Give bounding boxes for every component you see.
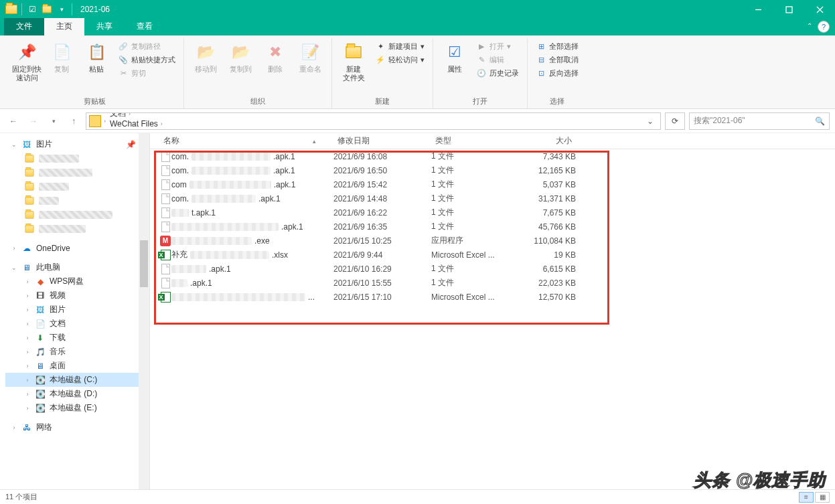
copyto-button[interactable]: 📂复制到: [224, 38, 256, 74]
rename-button[interactable]: 📝重命名: [294, 38, 326, 74]
open-button[interactable]: ▶打开 ▾: [473, 41, 522, 52]
col-date[interactable]: 修改日期: [333, 135, 431, 147]
file-date: 2021/6/9 15:42: [333, 180, 431, 189]
edit-button[interactable]: ✎编辑: [473, 54, 522, 66]
cut-button[interactable]: ✂剪切: [115, 68, 178, 79]
file-row[interactable]: .apk.12021/6/10 16:291 文件6,615 KB: [150, 262, 835, 276]
paste-button[interactable]: 📋粘贴: [80, 38, 112, 74]
tree-thispc[interactable]: 此电脑: [36, 262, 60, 273]
tree-disk-d[interactable]: ›💽本地磁盘 (D:): [5, 387, 149, 401]
tree-disk-e[interactable]: ›💽本地磁盘 (E:): [5, 401, 149, 415]
file-row[interactable]: com..apk.12021/6/9 16:081 文件7,343 KB: [150, 149, 835, 163]
maximize-button[interactable]: [773, 0, 804, 19]
breadcrumb-item[interactable]: WeChat Files›: [108, 119, 190, 129]
file-type: Microsoft Excel ...: [431, 250, 512, 260]
file-name: .apk.1: [171, 278, 333, 288]
history-button[interactable]: 🕘历史记录: [473, 68, 522, 79]
tab-view[interactable]: 查看: [125, 18, 165, 35]
up-button[interactable]: ↑: [66, 113, 82, 129]
column-headers[interactable]: 名称▴ 修改日期 类型 大小: [150, 133, 835, 149]
file-row[interactable]: t.apk.12021/6/9 16:221 文件7,675 KB: [150, 205, 835, 220]
tree-pictures[interactable]: 图片: [36, 139, 52, 150]
search-input[interactable]: 搜索"2021-06" 🔍: [689, 112, 830, 130]
selectall-button[interactable]: ⊞全部选择: [533, 41, 581, 52]
easyaccess-button[interactable]: ⚡轻松访问 ▾: [372, 54, 427, 66]
tree-disk-c[interactable]: ›💽本地磁盘 (C:): [5, 373, 149, 387]
file-icon: [159, 207, 171, 218]
file-icon: [159, 250, 171, 260]
col-name[interactable]: 名称: [163, 135, 179, 147]
selectinvert-button[interactable]: ⊡反向选择: [533, 68, 581, 79]
tab-share[interactable]: 共享: [84, 18, 125, 35]
file-date: 2021/6/9 9:44: [333, 250, 431, 260]
tree-item[interactable]: [5, 179, 149, 193]
col-type[interactable]: 类型: [431, 135, 512, 147]
file-row[interactable]: .apk.12021/6/10 15:551 文件22,023 KB: [150, 276, 835, 290]
tree-downloads[interactable]: ›⬇下载: [5, 331, 149, 345]
tree-item[interactable]: [5, 151, 149, 165]
file-row[interactable]: .apk.12021/6/9 16:351 文件45,766 KB: [150, 220, 835, 234]
file-row[interactable]: com.apk.12021/6/9 15:421 文件5,037 KB: [150, 177, 835, 191]
tree-pictures2[interactable]: ›🖼图片: [5, 303, 149, 317]
file-date: 2021/6/9 14:48: [333, 194, 431, 203]
tree-item[interactable]: [5, 222, 149, 236]
qat-dropdown-icon[interactable]: ▾: [54, 2, 69, 17]
copy-button[interactable]: 📄复制: [46, 38, 78, 74]
recent-dropdown-icon[interactable]: ▾: [46, 113, 62, 129]
tree-music[interactable]: ›🎵音乐: [5, 345, 149, 359]
delete-button[interactable]: ✖删除: [259, 38, 291, 74]
breadcrumb-item[interactable]: Aarow_loveyanyalun›: [108, 129, 190, 130]
ribbon-collapse-icon[interactable]: ⌃: [807, 22, 812, 29]
file-row[interactable]: com..apk.12021/6/9 16:501 文件12,165 KB: [150, 163, 835, 177]
file-row[interactable]: M.exe2021/6/15 10:25应用程序110,084 KB: [150, 234, 835, 248]
help-icon[interactable]: ?: [818, 21, 830, 33]
tree-wps[interactable]: ›◆WPS网盘: [5, 274, 149, 288]
qat-properties-icon[interactable]: ☑: [25, 2, 40, 17]
newfolder-button[interactable]: 新建 文件夹: [337, 38, 370, 82]
pin-quickaccess-button[interactable]: 📌固定到快 速访问: [11, 38, 43, 82]
tree-network[interactable]: 网络: [36, 422, 52, 433]
file-name: com..apk.1: [171, 166, 333, 175]
tree-item[interactable]: [5, 193, 149, 207]
address-dropdown-icon[interactable]: ⌄: [643, 116, 658, 126]
file-icon: [159, 151, 171, 162]
newitem-button[interactable]: ✦新建项目 ▾: [372, 41, 427, 52]
view-icons-button[interactable]: ▦: [815, 492, 830, 503]
close-button[interactable]: [804, 0, 835, 19]
col-size[interactable]: 大小: [512, 135, 576, 147]
pasteshortcut-button[interactable]: 📎粘贴快捷方式: [115, 54, 178, 66]
breadcrumb-item[interactable]: 文档›: [108, 112, 190, 120]
tree-desktop[interactable]: ›🖥桌面: [5, 359, 149, 373]
file-type: 1 文件: [431, 221, 512, 232]
group-organize-label: 组织: [250, 95, 265, 108]
tree-docs[interactable]: ›📄文档: [5, 317, 149, 331]
refresh-button[interactable]: ⟳: [665, 112, 685, 130]
file-name: .apk.1: [171, 222, 333, 232]
tab-home[interactable]: 主页: [44, 18, 84, 35]
address-bar[interactable]: › 本地磁盘 (C:)›用户›Administrator›文档›WeChat F…: [86, 112, 661, 130]
file-row[interactable]: 补充.xlsx2021/6/9 9:44Microsoft Excel ...1…: [150, 248, 835, 262]
selectnone-button[interactable]: ⊟全部取消: [533, 54, 581, 66]
watermark: 头条 @极速手助: [694, 469, 826, 492]
tree-scrollbar[interactable]: [139, 133, 149, 489]
qat-newfolder-icon[interactable]: [40, 2, 54, 17]
tree-item[interactable]: [5, 165, 149, 179]
back-button[interactable]: ←: [5, 113, 21, 129]
forward-button[interactable]: →: [25, 113, 42, 129]
minimize-button[interactable]: [743, 0, 773, 19]
view-details-button[interactable]: ≡: [799, 492, 814, 503]
file-list[interactable]: 名称▴ 修改日期 类型 大小 com..apk.12021/6/9 16:081…: [150, 133, 835, 489]
file-row[interactable]: ...2021/6/15 17:10Microsoft Excel ...12,…: [150, 290, 835, 304]
tree-onedrive[interactable]: OneDrive: [36, 244, 70, 253]
file-type: 1 文件: [431, 207, 512, 218]
moveto-button[interactable]: 📂移动到: [189, 38, 222, 74]
copypath-button[interactable]: 🔗复制路径: [115, 41, 178, 52]
nav-tree[interactable]: ⌄🖼图片📌 ›☁OneDrive ⌄🖥此电脑 ›◆WPS网盘 ›🎞视频 ›🖼图片…: [0, 133, 150, 489]
file-size: 19 KB: [512, 250, 576, 260]
tree-video[interactable]: ›🎞视频: [5, 288, 149, 303]
file-row[interactable]: com..apk.12021/6/9 14:481 文件31,371 KB: [150, 191, 835, 205]
file-date: 2021/6/10 15:55: [333, 278, 431, 288]
tab-file[interactable]: 文件: [4, 18, 44, 35]
properties-button[interactable]: ☑属性: [439, 38, 471, 74]
tree-item[interactable]: [5, 207, 149, 222]
